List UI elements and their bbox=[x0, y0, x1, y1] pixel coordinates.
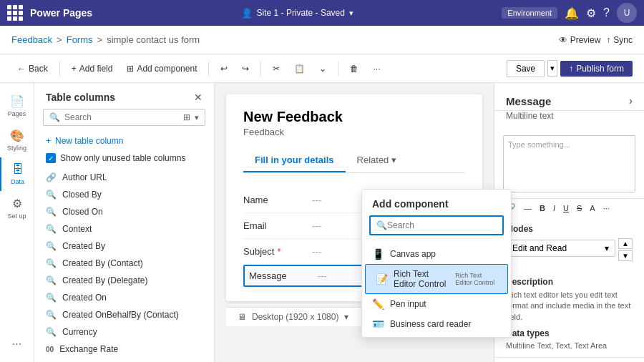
scroll-down-btn[interactable]: ▼ bbox=[618, 250, 633, 261]
main-area: 📄 Pages 🎨 Styling 🗄 Data ⚙ Set up ··· Ta… bbox=[0, 83, 644, 362]
monitor-icon: 🖥 bbox=[238, 312, 246, 322]
close-panel-button[interactable]: ✕ bbox=[194, 92, 203, 103]
toolbar-separator bbox=[59, 62, 60, 76]
nav-more[interactable]: ··· bbox=[0, 332, 34, 356]
avatar[interactable]: U bbox=[617, 3, 637, 23]
tab-related[interactable]: Related ▾ bbox=[346, 149, 409, 172]
col-icon-created-by: 🔍 bbox=[46, 241, 57, 251]
delete-button[interactable]: 🗑 bbox=[344, 61, 364, 77]
col-icon-closed-by: 🔍 bbox=[46, 190, 57, 200]
toolbar-separator-4 bbox=[338, 62, 338, 76]
ellipsis-button[interactable]: ··· bbox=[367, 61, 386, 77]
upload-icon: ↑ bbox=[569, 64, 573, 74]
back-icon: ← bbox=[17, 64, 26, 74]
comp-rich-text[interactable]: 📝 Rich Text Editor Control Rich Text Edi… bbox=[365, 264, 508, 294]
rp-description-section: Description Rich text editor lets you ed… bbox=[494, 270, 644, 357]
add-component-button[interactable]: ⊞ Add component bbox=[121, 61, 203, 77]
settings-btn[interactable]: ⚙ bbox=[586, 6, 596, 20]
col-item-closed-on[interactable]: 🔍 Closed On bbox=[34, 203, 214, 220]
preview-button[interactable]: 👁 Preview bbox=[559, 35, 601, 45]
setup-icon: ⚙ bbox=[12, 197, 22, 210]
desktop-label: Desktop (1920 x 1080) bbox=[252, 312, 338, 322]
col-item-created-by-contact[interactable]: 🔍 Created By (Contact) bbox=[34, 255, 214, 272]
rp-tb-strike[interactable]: S bbox=[574, 202, 585, 214]
nav-data[interactable]: 🗄 Data bbox=[0, 157, 34, 191]
search-icon: 🔍 bbox=[49, 112, 60, 122]
undo-button[interactable]: ↩ bbox=[215, 61, 233, 77]
comp-canvas-app[interactable]: 📱 Canvas app bbox=[362, 244, 511, 264]
app-title[interactable]: Power Pages bbox=[7, 5, 92, 21]
env-badge: Environment bbox=[502, 7, 557, 19]
comp-search-input[interactable] bbox=[387, 220, 497, 230]
filter-chevron[interactable]: ▾ bbox=[195, 113, 199, 122]
col-icon-created-by-delegate: 🔍 bbox=[46, 275, 57, 285]
col-item-author-url[interactable]: 🔗 Author URL bbox=[34, 169, 214, 186]
panel-search: 🔍 ⊞ ▾ bbox=[43, 109, 205, 126]
rp-tb-more[interactable]: ··· bbox=[600, 202, 613, 214]
rp-toolbar: 🔗 — B I U S A ··· bbox=[494, 198, 644, 217]
related-chevron: ▾ bbox=[391, 155, 396, 165]
rich-text-tooltip: Rich Text Editor Control bbox=[455, 272, 497, 286]
left-nav: 📄 Pages 🎨 Styling 🗄 Data ⚙ Set up ··· bbox=[0, 83, 34, 362]
redo-button[interactable]: ↪ bbox=[236, 61, 255, 77]
rp-modes-section: Modes Edit and Read ▾ ▲ ▼ bbox=[494, 217, 644, 270]
rp-modes-select[interactable]: Edit and Read ▾ bbox=[506, 240, 615, 257]
comp-business-card[interactable]: 🪪 Business card reader bbox=[362, 314, 511, 334]
back-button[interactable]: ← Back bbox=[11, 61, 54, 77]
help-btn[interactable]: ? bbox=[603, 6, 610, 19]
nav-pages[interactable]: 📄 Pages bbox=[0, 89, 34, 123]
col-item-context[interactable]: 🔍 Context bbox=[34, 220, 214, 238]
add-icon: + bbox=[72, 64, 77, 74]
rp-components-section: ∧ Components bbox=[494, 357, 644, 362]
col-item-created-onbehalf[interactable]: 🔍 Created OnBehalfBy (Contact) bbox=[34, 306, 214, 323]
rp-datatypes-value: Multiline Text, Text, Text Area bbox=[506, 341, 633, 350]
col-item-currency[interactable]: 🔍 Currency bbox=[34, 323, 214, 341]
add-comp-title: Add component bbox=[362, 190, 511, 215]
col-icon-closed-on: 🔍 bbox=[46, 207, 57, 217]
component-list: 📱 Canvas app 📝 Rich Text Editor Control … bbox=[362, 241, 511, 337]
sync-icon: ↑ bbox=[606, 35, 610, 45]
col-item-exchange-rate[interactable]: 00 Exchange Rate bbox=[34, 341, 214, 358]
sync-button[interactable]: ↑ Sync bbox=[606, 35, 633, 45]
col-icon-author-url: 🔗 bbox=[46, 172, 57, 182]
new-column-button[interactable]: + New table column bbox=[34, 132, 214, 150]
filter-icon[interactable]: ⊞ bbox=[183, 112, 190, 122]
rp-tb-color[interactable]: A bbox=[587, 202, 597, 214]
desktop-chevron[interactable]: ▾ bbox=[344, 312, 348, 322]
publish-button[interactable]: ↑ Publish form bbox=[560, 61, 633, 77]
rp-expand-button[interactable]: › bbox=[629, 94, 633, 107]
more-button[interactable]: ⌄ bbox=[313, 61, 332, 77]
rp-tb-bold[interactable]: B bbox=[537, 202, 548, 214]
notification-btn[interactable]: 🔔 bbox=[565, 6, 579, 20]
second-bar: Feedback > Forms > simple contact us for… bbox=[0, 26, 644, 54]
rp-tb-dash[interactable]: — bbox=[521, 202, 535, 214]
save-dropdown-button[interactable]: ▾ bbox=[547, 60, 557, 77]
col-item-created-by-delegate[interactable]: 🔍 Created By (Delegate) bbox=[34, 272, 214, 289]
right-panel: Message › Multiline text Type something.… bbox=[494, 83, 644, 362]
breadcrumb-forms[interactable]: Forms bbox=[67, 34, 93, 45]
tab-fill-details[interactable]: Fill in your details bbox=[243, 149, 346, 172]
nav-styling[interactable]: 🎨 Styling bbox=[0, 123, 34, 157]
col-item-created-on[interactable]: 🔍 Created On bbox=[34, 289, 214, 306]
rp-tb-italic[interactable]: I bbox=[550, 202, 558, 214]
rp-desc-text: Rich text editor lets you edit text form… bbox=[506, 290, 633, 323]
comp-pen-input[interactable]: ✏️ Pen input bbox=[362, 294, 511, 314]
rp-editor-placeholder: Type something... bbox=[508, 140, 630, 149]
breadcrumb-feedback[interactable]: Feedback bbox=[11, 34, 52, 45]
show-unused-checkbox[interactable]: ✓ bbox=[46, 153, 56, 163]
site-info: 👤 Site 1 - Private - Saved ▾ bbox=[98, 8, 496, 19]
nav-setup[interactable]: ⚙ Set up bbox=[0, 191, 34, 225]
col-item-closed-by[interactable]: 🔍 Closed By bbox=[34, 186, 214, 203]
copy-button[interactable]: 📋 bbox=[288, 61, 311, 77]
scroll-up-btn[interactable]: ▲ bbox=[618, 238, 633, 249]
cut-button[interactable]: ✂ bbox=[267, 61, 286, 77]
show-unused-row: ✓ Show only unused table columns bbox=[34, 150, 214, 169]
rp-desc-title: Description bbox=[506, 277, 633, 287]
add-field-button[interactable]: + Add field bbox=[66, 61, 119, 77]
col-item-created-by[interactable]: 🔍 Created By bbox=[34, 238, 214, 255]
save-button[interactable]: Save bbox=[507, 60, 545, 77]
search-input[interactable] bbox=[64, 112, 179, 122]
waffle-icon bbox=[7, 5, 23, 21]
rp-tb-underline[interactable]: U bbox=[560, 202, 572, 214]
toolbar: ← Back + Add field ⊞ Add component ↩ ↪ ✂… bbox=[0, 54, 644, 83]
